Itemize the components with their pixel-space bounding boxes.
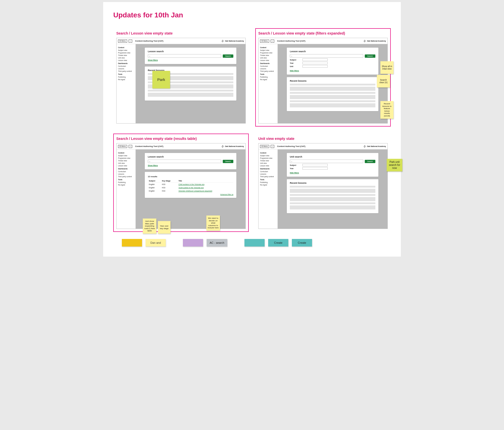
menu-button[interactable]: Menu [118, 145, 127, 148]
sidebar: Content Subject view Programme view Thre… [117, 44, 136, 123]
show-filters-link[interactable]: Show filters [148, 165, 158, 166]
table-row[interactable]: EnglishKS3Victorian childhood: preparing… [148, 189, 233, 193]
sticky-search-clear[interactable]: Search clear (X) [377, 75, 390, 87]
brand-logo: Oak National Academy [221, 145, 244, 148]
chip-teal-create-2[interactable]: Create [292, 239, 312, 247]
search-input[interactable] [290, 160, 363, 163]
sidebar-item[interactable]: Lesson view [260, 59, 276, 62]
advanced-filter-link[interactable]: Advanced filter se [148, 194, 233, 195]
sidebar-item[interactable]: Programme view [260, 51, 276, 54]
sidebar-item[interactable]: Lesson view [118, 164, 134, 167]
sidebar-item[interactable]: Curriculum [260, 65, 276, 67]
search-input[interactable] [148, 54, 221, 58]
sidebar-item[interactable]: Lessons [118, 173, 134, 175]
search-icon[interactable]: ⌕ [129, 40, 132, 43]
search-input[interactable] [290, 54, 363, 58]
design-canvas[interactable]: Updates for 10th Jan Search / Lesson vie… [103, 2, 401, 257]
frame-d[interactable]: Menu ⌕ Content Authoring Tool (CAT) Oak … [258, 143, 388, 229]
sidebar-item[interactable]: Re-ingest [118, 183, 134, 186]
chip-teal-create-1[interactable]: Create [268, 239, 288, 247]
sidebar-item-lessons[interactable]: Lessons [118, 67, 134, 70]
sticky-year-over-ks[interactable]: Year over key stage [158, 221, 171, 234]
result-link[interactable]: Child workers in the Victorian era [178, 183, 204, 185]
frame-b[interactable]: Menu ⌕ Content Authoring Tool (CAT) Oak … [258, 38, 388, 124]
sticky-show-all[interactable]: Show all in intial view [380, 61, 394, 74]
sidebar-item[interactable]: Third-party content [260, 175, 276, 178]
sidebar-item[interactable]: Thread view [260, 54, 276, 56]
sidebar-item[interactable]: Thread view [260, 159, 276, 162]
table-row[interactable]: EnglishKS3Youth justice in the Victorian… [148, 186, 233, 189]
sidebar-item[interactable]: Subject view [118, 154, 134, 157]
sidebar-item[interactable]: Programme view [118, 157, 134, 159]
sidebar-item-subject-view[interactable]: Subject view [118, 49, 134, 51]
cell-d[interactable]: Unit view empty state Menu ⌕ Content Aut… [255, 134, 391, 232]
filter-unit-input[interactable] [302, 65, 328, 68]
sidebar-item[interactable]: Third-party content [260, 70, 276, 72]
frame-a[interactable]: Menu ⌕ Content Authoring Tool (CAT) Oak … [116, 38, 246, 124]
sidebar-item[interactable]: Third-party content [118, 175, 134, 178]
chip-dan[interactable]: Dan and [146, 239, 166, 247]
filter-year-input[interactable] [302, 167, 328, 170]
cell-c[interactable]: Search / Lesson view empty state (result… [113, 134, 249, 232]
cell-a[interactable]: Search / Lesson view empty state Menu ⌕ … [113, 28, 249, 127]
cell-b-title: Search / Lesson view empty state (filter… [258, 31, 388, 35]
sidebar-item[interactable]: Re-ingest [260, 78, 276, 81]
sidebar-item[interactable]: Unit view [118, 162, 134, 164]
sidebar-item[interactable]: Curriculum [260, 170, 276, 173]
sidebar-item[interactable]: Unit view [260, 56, 276, 59]
search-button[interactable]: Search [223, 160, 233, 163]
sidebar-item[interactable]: Lessons [260, 67, 276, 70]
sidebar-item-reingest[interactable]: Re-ingest [118, 78, 134, 81]
sidebar-item[interactable]: Publishing [118, 181, 134, 183]
search-icon[interactable]: ⌕ [271, 145, 274, 148]
chip-teal-1[interactable] [244, 239, 265, 247]
menu-button[interactable]: Menu [260, 145, 269, 148]
menu-button[interactable]: Menu [260, 40, 269, 43]
filter-subject-input[interactable] [302, 58, 328, 61]
sidebar-item[interactable]: Lesson view [260, 164, 276, 167]
hide-filters-link[interactable]: Hide filters [290, 172, 299, 174]
sidebar-item-publishing[interactable]: Publishing [118, 76, 134, 78]
result-link[interactable]: Victorian childhood: preparing an argume… [178, 190, 212, 192]
sidebar-item[interactable]: Subject view [260, 154, 276, 157]
chip-ac-search[interactable]: AC - search [207, 239, 227, 247]
cell-b[interactable]: Search / Lesson view empty state (filter… [255, 28, 391, 127]
sidebar-item[interactable]: Subject view [260, 49, 276, 51]
sidebar-item-programme-view[interactable]: Programme view [118, 51, 134, 54]
sidebar-item[interactable]: Publishing [260, 181, 276, 183]
sidebar-item-third-party[interactable]: Third-party content [118, 70, 134, 72]
sidebar-item[interactable]: Lessons [260, 173, 276, 175]
sidebar-item[interactable]: Publishing [260, 76, 276, 78]
sidebar-item-thread-view[interactable]: Thread view [118, 54, 134, 56]
sidebar-item-curriculum[interactable]: Curriculum [118, 65, 134, 67]
menu-button[interactable]: Menu [118, 40, 127, 43]
sticky-decide-cols[interactable]: We need to decide on what columns to inc… [206, 216, 220, 231]
sidebar-item[interactable]: Unit view [260, 162, 276, 164]
sticky-recent-feature[interactable]: Recent lessons to feature below results … [380, 101, 394, 119]
search-input[interactable] [148, 160, 221, 163]
filter-subject-input[interactable] [302, 164, 328, 166]
hide-filters-link[interactable]: Hide filters [290, 70, 299, 72]
sidebar-item-unit-view[interactable]: Unit view [118, 56, 134, 59]
sidebar-item[interactable]: Curriculum [118, 170, 134, 173]
sidebar-item[interactable]: Programme view [260, 157, 276, 159]
sidebar: Content Subject view Programme view Thre… [259, 44, 278, 123]
result-link[interactable]: Youth justice in the Victorian era [178, 187, 204, 189]
search-icon[interactable]: ⌕ [271, 40, 274, 43]
sidebar-item-lesson-view[interactable]: Lesson view [118, 59, 134, 62]
sidebar-item[interactable]: Thread view [118, 159, 134, 162]
sticky-park[interactable]: Park [152, 71, 170, 88]
show-filters-link[interactable]: Show filters [148, 59, 158, 61]
search-button[interactable]: Search [365, 160, 375, 163]
table-row[interactable]: EnglishKS3Child workers in the Victorian… [148, 183, 233, 186]
filter-year-input[interactable] [302, 62, 328, 64]
frame-c[interactable]: Menu ⌕ Content Authoring Tool (CAT) Oak … [116, 143, 246, 229]
search-icon[interactable]: ⌕ [129, 145, 132, 148]
sticky-just-titles[interactable]: Just show titles (with expanding rows?) … [143, 219, 156, 234]
sticky-park-unit[interactable]: Park unit search for now [387, 159, 402, 171]
search-button[interactable]: Search [223, 54, 233, 58]
sidebar-item[interactable]: Re-ingest [260, 183, 276, 186]
search-button[interactable]: Search [365, 54, 375, 58]
chip-purple[interactable] [183, 239, 203, 247]
chip-gold[interactable] [122, 239, 142, 247]
